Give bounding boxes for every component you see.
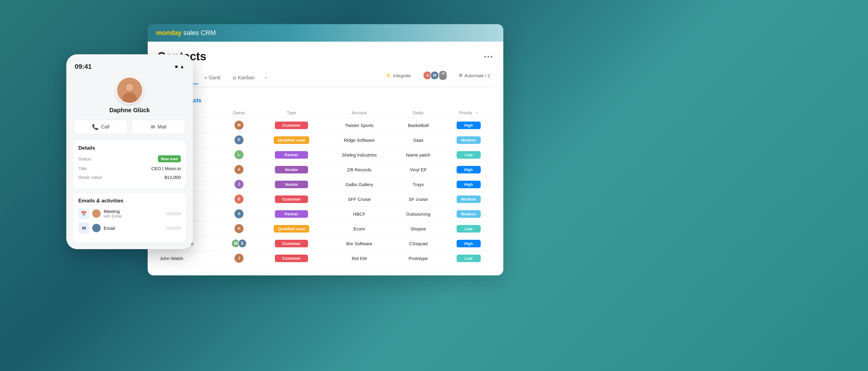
detail-row-deals: Deals value $12,000 bbox=[79, 175, 181, 180]
cell-deals: Outsourcing bbox=[393, 207, 444, 221]
contact-name: John Walsh bbox=[160, 256, 183, 261]
cell-account: SFF Cruise bbox=[326, 192, 393, 207]
priority-badge: Low bbox=[457, 151, 481, 159]
activity-date-2: 11/01/24 bbox=[165, 226, 181, 230]
activity-avatar-1 bbox=[92, 209, 101, 218]
status-label: Status bbox=[79, 156, 91, 161]
activity-main-2: Email bbox=[104, 226, 162, 231]
crm-card: monday sales CRM Contacts ••• ⊞ Main tab… bbox=[148, 24, 503, 276]
cell-account: Galbu Gallery bbox=[326, 177, 393, 192]
status-badge: New lead bbox=[158, 155, 181, 162]
type-badge: Qualified Lead bbox=[274, 225, 309, 233]
table-row: John WalshJCustomerRot EMPrototypeLow bbox=[157, 251, 494, 266]
person-name: Daphne Glück bbox=[110, 107, 150, 114]
mail-label: Mail bbox=[158, 124, 166, 130]
cell-type: Customer bbox=[257, 236, 326, 251]
cell-owner: P bbox=[221, 133, 257, 147]
cell-account: Bre Software bbox=[326, 236, 393, 251]
cell-deals: Vinyl EP bbox=[393, 162, 444, 177]
cell-account: Ridge Software bbox=[326, 133, 393, 147]
activity-avatar-2 bbox=[92, 224, 101, 232]
avatar-stack-item-2: M bbox=[430, 71, 439, 80]
wifi-icon: ▲ bbox=[180, 64, 184, 69]
cell-type: Customer bbox=[257, 118, 326, 133]
cell-type: Partner bbox=[257, 147, 326, 162]
cell-owner: J bbox=[221, 177, 257, 192]
type-badge: Qualified Lead bbox=[274, 136, 309, 144]
gantt-icon: ≡ bbox=[204, 76, 207, 80]
cell-priority: High bbox=[444, 162, 494, 177]
type-badge: Customer bbox=[275, 196, 308, 203]
deals-label: Deals value bbox=[79, 175, 102, 180]
cell-type: Qualified Lead bbox=[257, 221, 326, 236]
cell-deals: Shopee bbox=[393, 221, 444, 236]
contacts-table-container: Primary contacts Owner Type Account Deal… bbox=[157, 94, 494, 266]
cell-account: Zift Records bbox=[326, 162, 393, 177]
owner-avatar: S bbox=[235, 209, 244, 218]
automate-icon: ⚙ bbox=[459, 73, 463, 78]
add-tab-button[interactable]: + bbox=[261, 72, 271, 84]
cell-type: Vendor bbox=[257, 162, 326, 177]
owner-avatar: H bbox=[235, 224, 244, 233]
cell-priority: Medium bbox=[444, 192, 494, 207]
tab-kanban[interactable]: ⊟ Kanban bbox=[227, 72, 261, 84]
kanban-icon: ⊟ bbox=[233, 76, 236, 80]
cell-priority: Low bbox=[444, 147, 494, 162]
table-row: Phoenix LevyPQualified LeadRidge Softwar… bbox=[157, 133, 494, 147]
cell-priority: Low bbox=[444, 251, 494, 266]
action-buttons: 📞 Call ✉ Mail bbox=[73, 120, 186, 134]
multi-owner-avatar: W E bbox=[231, 239, 247, 248]
cell-type: Partner bbox=[257, 207, 326, 221]
owner-avatar: A bbox=[235, 165, 244, 174]
automate-label: Automate / 2 bbox=[464, 73, 490, 78]
activities-section: Emails & activities 📅 Meeting with Eddie… bbox=[73, 193, 186, 242]
cell-deals: Saas bbox=[393, 133, 444, 147]
type-badge: Vendor bbox=[275, 181, 308, 188]
detail-row-status: Status New lead bbox=[79, 155, 181, 162]
cell-deals: CSsquad bbox=[393, 236, 444, 251]
table-header-row: Owner Type Account Deals Priority + bbox=[157, 108, 494, 118]
cell-account: Rot EM bbox=[326, 251, 393, 266]
cell-owner: M bbox=[221, 118, 257, 133]
owner-avatar-secondary: E bbox=[238, 239, 247, 248]
table-row: Madison DoyleMCustomerTwister SportsBask… bbox=[157, 118, 494, 133]
mail-button[interactable]: ✉ Mail bbox=[131, 120, 186, 134]
crm-content: Contacts ••• ⊞ Main table ≡ Gantt ⊟ Kanb… bbox=[148, 41, 503, 276]
title-value: CEO | Moon.io bbox=[151, 166, 181, 171]
cell-type: Vendor bbox=[257, 177, 326, 192]
avatar-stack: A M +2 bbox=[423, 71, 447, 80]
col-account: Account bbox=[326, 108, 393, 118]
col-type: Type bbox=[257, 108, 326, 118]
tab-gantt[interactable]: ≡ Gantt bbox=[198, 72, 226, 84]
activity-text-meeting: Meeting with Eddie bbox=[104, 209, 162, 218]
cell-owner: L bbox=[221, 147, 257, 162]
cell-account: Ecom bbox=[326, 221, 393, 236]
table-row: Amanda SmithAVendorZift RecordsVinyl EPH… bbox=[157, 162, 494, 177]
phone-icons: ■ ▲ bbox=[175, 64, 184, 69]
cell-priority: Low bbox=[444, 221, 494, 236]
add-column-button[interactable]: + bbox=[475, 110, 478, 115]
cell-owner: H bbox=[221, 221, 257, 236]
type-badge: Vendor bbox=[275, 166, 308, 173]
integrate-button[interactable]: ⚡ Integrate bbox=[382, 71, 414, 80]
priority-badge: Medium bbox=[457, 196, 481, 203]
deals-value: $12,000 bbox=[164, 175, 181, 180]
activity-sub-1: with Eddie bbox=[104, 214, 162, 218]
crm-title-row: Contacts ••• bbox=[157, 50, 494, 63]
logo-suffix: sales CRM bbox=[183, 29, 216, 36]
table-row: Wolf Oppenhaim W E CustomerBre SoftwareC… bbox=[157, 236, 494, 251]
cell-type: Customer bbox=[257, 251, 326, 266]
automate-button[interactable]: ⚙ Automate / 2 bbox=[455, 71, 494, 80]
type-badge: Partner bbox=[275, 210, 308, 218]
tab-gantt-label: Gantt bbox=[209, 75, 220, 81]
svg-point-3 bbox=[126, 84, 133, 91]
call-button[interactable]: 📞 Call bbox=[73, 120, 128, 134]
type-badge: Customer bbox=[275, 255, 308, 262]
avatar-section: Daphne Glück bbox=[73, 77, 186, 114]
phone-time: 09:41 bbox=[75, 63, 92, 70]
cell-account: HBCF bbox=[326, 207, 393, 221]
cell-priority: Medium bbox=[444, 133, 494, 147]
cell-deals: SF cruise bbox=[393, 192, 444, 207]
more-options-button[interactable]: ••• bbox=[484, 53, 494, 61]
call-label: Call bbox=[101, 124, 110, 130]
